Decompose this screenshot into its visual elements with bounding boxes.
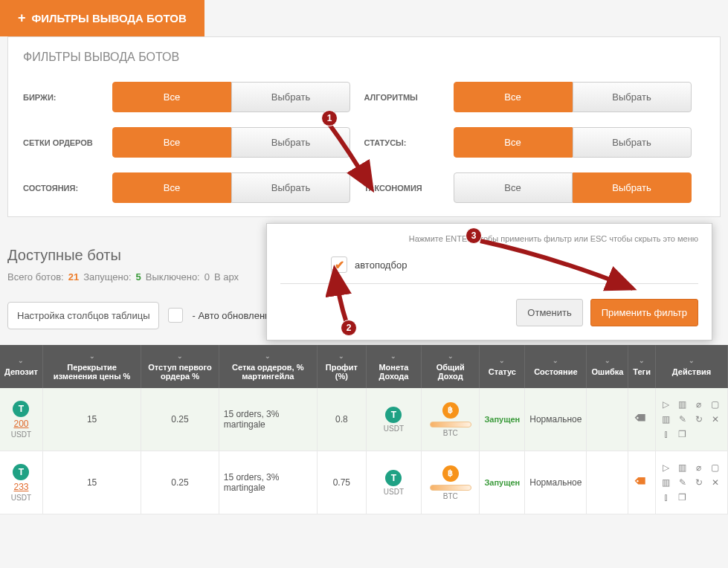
filter-taxonomy-label: ТАКСОНОМИЯ <box>364 184 454 193</box>
filter-algorithms: АЛГОРИТМЫ Все Выбрать <box>364 82 706 112</box>
filter-states: СОСТОЯНИЯ: Все Выбрать <box>23 172 364 203</box>
stats-total-label: Всего ботов: <box>7 271 64 283</box>
tag-icon[interactable] <box>631 471 652 491</box>
taxonomy-all-button[interactable]: Все <box>454 172 573 203</box>
deposit-link[interactable]: 233 <box>4 482 38 492</box>
states-all-button[interactable]: Все <box>112 172 231 203</box>
column-header[interactable]: ⌄Ошибка <box>587 345 628 388</box>
table-row: T233USDT150.2515 orders, 3% martingale0.… <box>0 451 728 514</box>
copy-icon[interactable]: ❐ <box>677 428 689 440</box>
income-unit: BTC <box>426 429 474 437</box>
column-header[interactable]: ⌄Теги <box>628 345 656 388</box>
algorithms-choose-button[interactable]: Выбрать <box>573 82 692 112</box>
stats-running-label: Запущено: <box>83 271 131 283</box>
cell-total-income: ฿BTC <box>422 451 480 514</box>
popup-checkbox[interactable]: ✔ <box>331 256 347 273</box>
cell-income-coin: TUSDT <box>366 388 421 451</box>
popup-cancel-button[interactable]: Отменить <box>516 299 582 326</box>
stats-arch-label: В арх <box>214 271 239 283</box>
status-badge: Запущен <box>484 415 520 424</box>
filters-header-button[interactable]: + ФИЛЬТРЫ ВЫВОДА БОТОВ <box>0 0 204 36</box>
grid-icon[interactable]: ▥ <box>677 462 689 474</box>
annotation-1: 1 <box>321 110 338 126</box>
cell-profit: 0.8 <box>317 388 366 451</box>
column-header[interactable]: ⌄Монета Дохода <box>366 345 421 388</box>
cell-profit: 0.75 <box>317 451 366 514</box>
sort-icon: ⌄ <box>224 352 312 360</box>
play-icon[interactable]: ▷ <box>660 462 672 474</box>
annotation-2: 2 <box>341 320 357 336</box>
filters-panel: ФИЛЬТРЫ ВЫВОДА БОТОВ БИРЖИ: Все Выбрать … <box>7 36 721 217</box>
cell-tags <box>628 388 656 451</box>
stats-off-label: Выключено: <box>146 271 200 283</box>
status-badge: Запущен <box>484 478 520 487</box>
cell-status: Запущен <box>480 451 525 514</box>
statuses-all-button[interactable]: Все <box>454 127 573 158</box>
chart-icon[interactable]: ⫿ <box>660 491 672 503</box>
coin-icon: T <box>385 470 402 486</box>
box-icon[interactable]: ▢ <box>709 462 721 474</box>
sort-icon: ⌄ <box>371 352 416 360</box>
popup-hint: Нажмите ENTER чтобы применить фильтр или… <box>280 234 698 243</box>
cell-status: Запущен <box>480 388 525 451</box>
stop-icon[interactable]: ⌀ <box>693 398 705 410</box>
algorithms-all-button[interactable]: Все <box>454 82 573 112</box>
column-header[interactable]: ⌄Сетка ордеров, % мартингейла <box>219 345 317 388</box>
column-header[interactable]: ⌄Профит (%) <box>317 345 366 388</box>
sort-icon: ⌄ <box>529 357 582 364</box>
sort-icon: ⌄ <box>660 357 723 364</box>
coin-icon: T <box>13 464 29 480</box>
tag-icon[interactable] <box>631 407 652 428</box>
close-icon[interactable]: ✕ <box>709 413 721 425</box>
play-icon[interactable]: ▷ <box>660 398 672 410</box>
cell-grid: 15 orders, 3% martingale <box>219 451 317 514</box>
popup-divider <box>280 283 698 284</box>
column-header[interactable]: ⌄Перекрытие изменения цены % <box>42 345 141 388</box>
statuses-choose-button[interactable]: Выбрать <box>573 127 692 158</box>
filter-statuses: СТАТУСЫ: Все Выбрать <box>364 127 706 158</box>
chart-icon[interactable]: ⫿ <box>660 428 672 440</box>
stats-off-value: 0 <box>204 271 210 283</box>
refresh-icon[interactable]: ↻ <box>693 477 705 488</box>
btc-icon: ฿ <box>442 465 459 482</box>
cell-income-coin: TUSDT <box>366 451 421 514</box>
copy-icon[interactable]: ❐ <box>677 491 689 503</box>
edit-icon[interactable]: ✎ <box>677 413 689 425</box>
column-header[interactable]: ⌄Отступ первого ордера % <box>141 345 219 388</box>
column-header[interactable]: ⌄Действия <box>655 345 727 388</box>
stats-total-value: 21 <box>68 271 79 283</box>
stop-icon[interactable]: ⌀ <box>693 462 705 474</box>
column-header[interactable]: ⌄Состояние <box>525 345 587 388</box>
order-grids-all-button[interactable]: Все <box>112 127 231 158</box>
cell-deposit: T200USDT <box>0 388 42 451</box>
grid-icon[interactable]: ▥ <box>677 398 689 410</box>
close-icon[interactable]: ✕ <box>709 477 721 488</box>
btc-icon: ฿ <box>442 402 459 419</box>
refresh-icon[interactable]: ↻ <box>693 413 705 425</box>
order-grids-choose-button[interactable]: Выбрать <box>231 127 350 158</box>
box-icon[interactable]: ▢ <box>709 398 721 410</box>
sort-icon: ⌄ <box>322 352 361 360</box>
states-choose-button[interactable]: Выбрать <box>231 172 350 203</box>
column-header[interactable]: ⌄Общий Доход <box>422 345 480 388</box>
deposit-link[interactable]: 200 <box>4 419 38 429</box>
bars-icon[interactable]: ▥ <box>660 413 672 425</box>
columns-settings-button[interactable]: Настройка столбцов таблицы <box>7 302 159 329</box>
deposit-unit: USDT <box>4 494 38 502</box>
exchanges-all-button[interactable]: Все <box>112 82 231 112</box>
exchanges-choose-button[interactable]: Выбрать <box>231 82 350 112</box>
edit-icon[interactable]: ✎ <box>677 477 689 488</box>
cell-deposit: T233USDT <box>0 451 42 514</box>
column-header[interactable]: ⌄Депозит <box>0 345 42 388</box>
coin-unit: USDT <box>371 488 416 496</box>
auto-refresh-checkbox[interactable] <box>168 308 183 323</box>
sort-icon: ⌄ <box>591 357 623 364</box>
popup-apply-button[interactable]: Применить фильтр <box>590 299 698 326</box>
cell-total-income: ฿BTC <box>422 388 480 451</box>
deposit-unit: USDT <box>4 430 38 439</box>
column-header[interactable]: ⌄Статус <box>480 345 525 388</box>
bars-icon[interactable]: ▥ <box>660 477 672 488</box>
filter-taxonomy: ТАКСОНОМИЯ Все Выбрать <box>364 172 706 203</box>
taxonomy-choose-button[interactable]: Выбрать <box>573 172 692 203</box>
sort-icon: ⌄ <box>146 352 213 360</box>
